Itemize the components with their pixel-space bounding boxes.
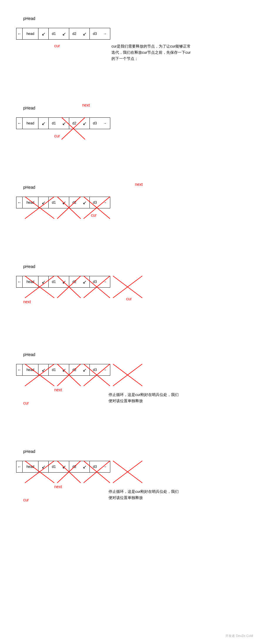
phead-label-5: pHead xyxy=(23,352,35,357)
section-1: pHead ← head ↙ d1 ↙ d2 ↙ d3 → cur cu xyxy=(0,0,259,91)
section-5: pHead ← head ↙ d1 ↙ d2 ↙ d3 → next xyxy=(0,346,259,440)
cur-label-4: cur xyxy=(126,296,132,301)
svg-line-30 xyxy=(113,461,142,483)
linked-list-4: ← head ↙ d1 ↙ d2 ↙ d3 → xyxy=(16,276,110,288)
left-arrow-1: ← xyxy=(16,31,22,36)
phead-label-3: pHead xyxy=(23,185,35,190)
svg-line-22 xyxy=(113,364,142,386)
next-label-2: next xyxy=(82,103,90,107)
svg-line-23 xyxy=(113,364,142,386)
phead-label-1: pHead xyxy=(23,16,35,21)
linked-list-5: ← head ↙ d1 ↙ d2 ↙ d3 → xyxy=(16,364,110,376)
linked-list-1: ← head ↙ d1 ↙ d2 ↙ d3 → xyxy=(16,28,110,40)
phead-label-2: pHead xyxy=(23,106,35,110)
next-label-3: next xyxy=(135,182,143,187)
next-label-5: next xyxy=(54,387,62,392)
node-d3-1: d3 → xyxy=(90,28,110,40)
svg-line-15 xyxy=(113,276,142,298)
section-4: pHead ← head ↙ d1 ↙ d2 ↙ d3 → xyxy=(0,255,259,338)
node-d2-1: d2 ↙ xyxy=(69,28,89,40)
node-d1-1: d1 ↙ xyxy=(49,28,69,40)
linked-list-3: ← head ↙ d1 ↙ d2 ↙ d3 → xyxy=(16,197,110,208)
annotation-6: 停止循环，这是cur刚好在哨兵位处，我们便对该位置单独释放 xyxy=(109,489,182,501)
linked-list-6: ← head ↙ d1 ↙ d2 ↙ d3 → xyxy=(16,461,110,473)
next-label-4: next xyxy=(23,299,31,304)
cur-label-5: cur xyxy=(23,401,29,405)
cur-label-6: cur xyxy=(23,498,29,502)
section-3: pHead next ← head ↙ d1 ↙ d2 ↙ d3 → xyxy=(0,176,259,249)
annotation-5: 停止循环，这是cur刚好在哨兵位处，我们便对该位置单独释放 xyxy=(109,392,182,404)
svg-line-31 xyxy=(113,461,142,483)
cur-label-2: cur xyxy=(54,134,60,138)
crosses-4 xyxy=(16,270,166,305)
section-2: pHead next ← head ↙ d1 ↙ d2 ↙ d3 → cur xyxy=(0,94,259,170)
crosses-6 xyxy=(16,455,166,490)
section-6: pHead ← head ↙ d1 ↙ d2 ↙ d3 → next xyxy=(0,443,259,537)
node-head-1: head ↙ xyxy=(22,28,48,40)
next-label-6: next xyxy=(54,484,62,489)
crosses-5 xyxy=(16,358,166,393)
cur-label-3: cur xyxy=(91,213,97,218)
cur-label-1: cur xyxy=(54,43,60,48)
phead-label-6: pHead xyxy=(23,449,35,454)
annotation-1: cur是我们需要释放的节点，为了让cur能够正常迭代，我们在释放cur节点之前，… xyxy=(111,43,194,62)
svg-line-14 xyxy=(113,276,142,298)
phead-label-4: pHead xyxy=(23,264,35,269)
watermark: 开发者 DevZe.CoM xyxy=(225,634,253,638)
linked-list-2: ← head ↙ d1 ↙ d2 ↙ d3 → xyxy=(16,117,110,129)
